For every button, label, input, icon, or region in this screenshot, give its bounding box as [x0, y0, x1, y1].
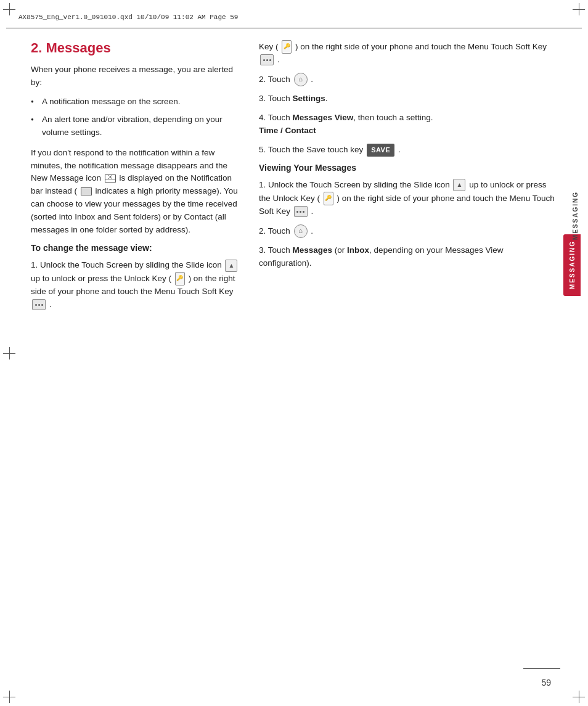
bullet-text-2: An alert tone and/or vibration, dependin…: [42, 115, 223, 137]
menu-soft-key-icon-2: [294, 206, 308, 217]
right-step-3: 3. Touch Settings.: [259, 92, 557, 105]
header-text: AX8575_Eng_ver1.0_091010.qxd 10/10/09 11…: [18, 14, 238, 21]
bullet-text-1: A notification message on the screen.: [42, 97, 180, 106]
right-step-5: 5. Touch the Save touch key SAVE .: [259, 144, 557, 157]
bullet-item-1: A notification message on the screen.: [31, 96, 240, 109]
messaging-label: MESSAGING: [569, 240, 576, 289]
unlock-key-icon: 🔑: [175, 272, 185, 285]
envelope-high-icon: [81, 187, 92, 195]
touch-home-icon-2: ⌂: [294, 224, 308, 238]
messaging-label-above: MESSAGING: [572, 191, 579, 240]
messaging-tab: MESSAGING: [563, 234, 581, 296]
menu-soft-key-icon-right: [260, 54, 274, 65]
dot1: [35, 304, 37, 306]
page-header: AX8575_Eng_ver1.0_091010.qxd 10/10/09 11…: [6, 6, 582, 28]
messages-text: Messages: [293, 245, 333, 255]
viewing-step-3: 3. Touch Messages (or Inbox, depending o…: [259, 244, 557, 270]
dot2: [38, 304, 40, 306]
bullet-list: A notification message on the screen. An…: [31, 96, 240, 139]
section-title: 2. Messages: [31, 40, 240, 56]
viewing-step-2: 2. Touch ⌂ .: [259, 224, 557, 238]
save-button-icon: SAVE: [367, 144, 394, 157]
bullet-item-2: An alert tone and/or vibration, dependin…: [31, 113, 240, 139]
side-mark-left: [3, 347, 15, 359]
dot3r: [269, 59, 271, 61]
change-view-title: To change the message view:: [31, 243, 240, 253]
menu-soft-key-icon: [32, 299, 46, 310]
dot2v: [300, 211, 301, 213]
right-step-2: 2. Touch ⌂ .: [259, 73, 557, 86]
inbox-text: Inbox: [347, 245, 369, 255]
dot2r: [266, 59, 268, 61]
page-number: 59: [541, 678, 551, 688]
right-column: Key ( 🔑 ) on the right side of your phon…: [259, 34, 557, 672]
time-contact-text: Time / Contact: [259, 126, 316, 135]
unlock-key-icon-2: 🔑: [324, 192, 333, 205]
messages-view-text: Messages View: [293, 113, 354, 122]
viewing-step-1: 1. Unlock the Touch Screen by sliding th…: [259, 179, 557, 218]
settings-text: Settings: [293, 94, 325, 103]
body-paragraph: If you don't respond to the notification…: [31, 147, 240, 237]
viewing-title: Viewing Your Messages: [259, 163, 557, 173]
slide-up-icon-2: ▲: [453, 179, 465, 191]
main-content: 2. Messages When your phone receives a m…: [31, 34, 557, 672]
messaging-tab-bg: MESSAGING: [563, 234, 581, 296]
dot3v: [303, 211, 304, 213]
touch-home-icon: ⌂: [294, 73, 308, 86]
left-column: 2. Messages When your phone receives a m…: [31, 34, 240, 672]
dot1r: [263, 59, 265, 61]
slide-up-icon: ▲: [225, 260, 237, 272]
corner-mark-br: [573, 691, 585, 703]
right-step-4: 4. Touch Messages View, then touch a set…: [259, 112, 557, 138]
left-step-1: 1. Unlock the Touch Screen by sliding th…: [31, 259, 240, 311]
envelope-icon: [105, 174, 116, 183]
unlock-key-icon-right: 🔑: [282, 40, 292, 54]
intro-text: When your phone receives a message, you …: [31, 64, 240, 89]
dot3: [41, 304, 43, 306]
dot1v: [296, 211, 298, 213]
corner-mark-bl: [3, 691, 15, 703]
step-num: 1.: [31, 260, 40, 269]
right-key-text: Key ( 🔑 ) on the right side of your phon…: [259, 40, 557, 67]
